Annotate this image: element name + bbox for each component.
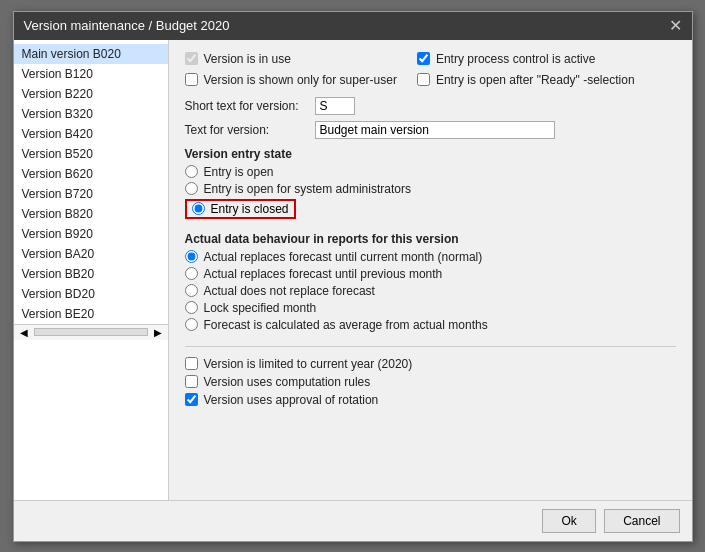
approval-checkbox[interactable] xyxy=(185,393,198,406)
actual-current-label: Actual replaces forecast until current m… xyxy=(204,250,483,264)
limited-year-checkbox[interactable] xyxy=(185,357,198,370)
version-list: Main version B020Version B120Version B22… xyxy=(14,40,169,500)
super-user-label: Version is shown only for super-user xyxy=(204,73,397,87)
actual-previous-row: Actual replaces forecast until previous … xyxy=(185,267,676,281)
sidebar-item[interactable]: Version B820 xyxy=(14,204,168,224)
titlebar: Version maintenance / Budget 2020 ✕ xyxy=(14,12,692,40)
actual-none-row: Actual does not replace forecast xyxy=(185,284,676,298)
limited-year-label: Version is limited to current year (2020… xyxy=(204,357,413,371)
short-text-row: Short text for version: xyxy=(185,97,676,115)
actual-current-radio[interactable] xyxy=(185,250,198,263)
open-after-ready-checkbox[interactable] xyxy=(417,73,430,86)
version-in-use-checkbox[interactable] xyxy=(185,52,198,65)
text-version-label: Text for version: xyxy=(185,123,315,137)
left-checks: Version is in use Version is shown only … xyxy=(185,52,397,91)
entry-closed-label: Entry is closed xyxy=(211,202,289,216)
computation-label: Version uses computation rules xyxy=(204,375,371,389)
actual-previous-radio[interactable] xyxy=(185,267,198,280)
entry-open-label: Entry is open xyxy=(204,165,274,179)
actual-average-label: Forecast is calculated as average from a… xyxy=(204,318,488,332)
entry-process-row: Entry process control is active xyxy=(417,52,635,66)
sidebar-item[interactable]: Version B120 xyxy=(14,64,168,84)
actual-previous-label: Actual replaces forecast until previous … xyxy=(204,267,443,281)
approval-label: Version uses approval of rotation xyxy=(204,393,379,407)
cancel-button[interactable]: Cancel xyxy=(604,509,679,533)
sidebar-item[interactable]: Version B720 xyxy=(14,184,168,204)
sidebar-item[interactable]: Version B420 xyxy=(14,124,168,144)
approval-row: Version uses approval of rotation xyxy=(185,393,676,407)
sidebar-item[interactable]: Version BA20 xyxy=(14,244,168,264)
scroll-right-arrow[interactable]: ▶ xyxy=(152,327,164,338)
dialog-body: Main version B020Version B120Version B22… xyxy=(14,40,692,500)
actual-data-title: Actual data behaviour in reports for thi… xyxy=(185,232,676,246)
actual-none-label: Actual does not replace forecast xyxy=(204,284,375,298)
entry-admin-label: Entry is open for system administrators xyxy=(204,182,411,196)
sidebar-item[interactable]: Version BD20 xyxy=(14,284,168,304)
scrollbar-track[interactable] xyxy=(34,328,148,336)
text-version-input[interactable] xyxy=(315,121,555,139)
actual-average-radio[interactable] xyxy=(185,318,198,331)
sidebar-item[interactable]: Main version B020 xyxy=(14,44,168,64)
entry-process-checkbox[interactable] xyxy=(417,52,430,65)
entry-open-row: Entry is open xyxy=(185,165,676,179)
version-in-use-row: Version is in use xyxy=(185,52,397,66)
sidebar-item[interactable]: Version BE20 xyxy=(14,304,168,324)
short-text-label: Short text for version: xyxy=(185,99,315,113)
limited-year-row: Version is limited to current year (2020… xyxy=(185,357,676,371)
entry-closed-radio[interactable] xyxy=(192,202,205,215)
actual-data-section: Actual data behaviour in reports for thi… xyxy=(185,232,676,332)
main-dialog: Version maintenance / Budget 2020 ✕ Main… xyxy=(13,11,693,542)
dialog-footer: Ok Cancel xyxy=(14,500,692,541)
right-checks: Entry process control is active Entry is… xyxy=(417,52,635,91)
entry-closed-highlighted-row: Entry is closed xyxy=(185,199,296,219)
actual-average-row: Forecast is calculated as average from a… xyxy=(185,318,676,332)
actual-none-radio[interactable] xyxy=(185,284,198,297)
top-checkboxes: Version is in use Version is shown only … xyxy=(185,52,676,91)
entry-admin-radio[interactable] xyxy=(185,182,198,195)
main-content: Version is in use Version is shown only … xyxy=(169,40,692,500)
super-user-checkbox[interactable] xyxy=(185,73,198,86)
entry-state-title: Version entry state xyxy=(185,147,676,161)
actual-lock-row: Lock specified month xyxy=(185,301,676,315)
ok-button[interactable]: Ok xyxy=(542,509,596,533)
sidebar-item[interactable]: Version B320 xyxy=(14,104,168,124)
actual-lock-label: Lock specified month xyxy=(204,301,317,315)
dialog-title: Version maintenance / Budget 2020 xyxy=(24,18,230,33)
sidebar-item[interactable]: Version B620 xyxy=(14,164,168,184)
entry-open-radio[interactable] xyxy=(185,165,198,178)
sidebar-item[interactable]: Version BB20 xyxy=(14,264,168,284)
entry-admin-row: Entry is open for system administrators xyxy=(185,182,676,196)
version-in-use-label: Version is in use xyxy=(204,52,291,66)
entry-process-label: Entry process control is active xyxy=(436,52,595,66)
super-user-row: Version is shown only for super-user xyxy=(185,73,397,87)
short-text-input[interactable] xyxy=(315,97,355,115)
text-version-row: Text for version: xyxy=(185,121,676,139)
computation-row: Version uses computation rules xyxy=(185,375,676,389)
bottom-checkboxes: Version is limited to current year (2020… xyxy=(185,346,676,407)
sidebar-item[interactable]: Version B220 xyxy=(14,84,168,104)
scroll-left-arrow[interactable]: ◀ xyxy=(18,327,30,338)
actual-current-row: Actual replaces forecast until current m… xyxy=(185,250,676,264)
computation-checkbox[interactable] xyxy=(185,375,198,388)
sidebar-item[interactable]: Version B520 xyxy=(14,144,168,164)
open-after-ready-row: Entry is open after "Ready" -selection xyxy=(417,73,635,87)
close-button[interactable]: ✕ xyxy=(669,18,682,34)
open-after-ready-label: Entry is open after "Ready" -selection xyxy=(436,73,635,87)
sidebar-item[interactable]: Version B920 xyxy=(14,224,168,244)
actual-lock-radio[interactable] xyxy=(185,301,198,314)
